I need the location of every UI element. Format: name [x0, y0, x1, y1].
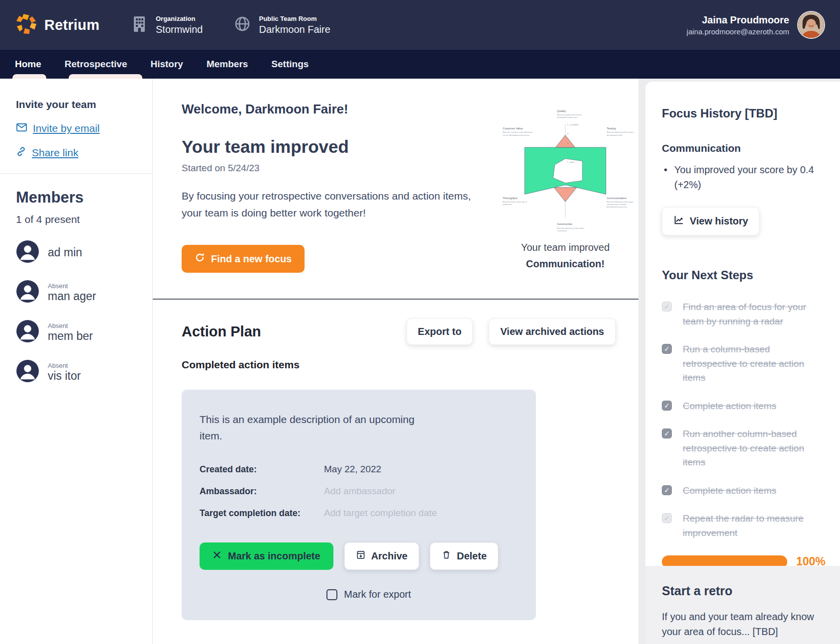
checklist-item: Complete action items — [662, 484, 826, 498]
target-date-label: Target completion date: — [200, 508, 324, 519]
checkbox-checked-icon[interactable] — [662, 485, 672, 495]
tab-home[interactable]: Home — [15, 59, 41, 70]
start-retro-body: If you and your team already know your a… — [662, 609, 828, 639]
mail-icon — [16, 121, 27, 135]
invite-by-email-link[interactable]: Invite by email — [16, 121, 136, 135]
sidebar-divider — [0, 173, 152, 174]
member-row: Absent mem ber — [16, 320, 136, 345]
organization-block[interactable]: Organization Stormwind — [129, 14, 203, 36]
svg-text:Communication: Communication — [607, 197, 627, 200]
started-date: Started on 5/24/23 — [182, 163, 485, 174]
archive-button[interactable]: Archive — [344, 542, 419, 570]
brand[interactable]: Retrium — [15, 12, 100, 37]
view-archived-actions-button[interactable]: View archived actions — [489, 319, 616, 345]
member-row: ad min — [16, 240, 136, 265]
member-name: man ager — [48, 290, 96, 303]
svg-text:Customer Value: Customer Value — [503, 127, 523, 130]
tab-members[interactable]: Members — [207, 59, 248, 70]
mark-incomplete-button[interactable]: Mark as incomplete — [200, 542, 333, 570]
page-title: Welcome, Darkmoon Faire! — [182, 102, 485, 117]
globe-icon — [232, 14, 252, 36]
archive-icon — [356, 550, 366, 562]
view-history-button[interactable]: View history — [662, 207, 759, 235]
start-retro-section: Start a retro If you and your team alrea… — [645, 566, 840, 644]
svg-text:Quality: Quality — [557, 109, 566, 112]
link-icon — [16, 146, 26, 159]
progress-percent: 100% — [796, 555, 826, 566]
improvement-headline: Your team improved — [182, 137, 485, 157]
checklist-item: Find an area of focus for your team by r… — [662, 300, 826, 328]
welcome-section: Welcome, Darkmoon Faire! Your team impro… — [153, 79, 638, 273]
checklist-item: Complete action items — [662, 399, 826, 414]
user-email: jaina.prodmoore@azeroth.com — [687, 27, 789, 36]
main-nav: Home Retrospective History Members Setti… — [0, 50, 840, 79]
tab-history[interactable]: History — [150, 59, 183, 70]
checkbox-muted-icon[interactable] — [662, 302, 672, 312]
invite-by-email-label: Invite by email — [33, 122, 100, 134]
refresh-icon — [195, 252, 205, 265]
user-block[interactable]: Jaina Proudmoore jaina.prodmoore@azeroth… — [687, 11, 825, 39]
focus-name: Communication — [662, 142, 826, 154]
mark-for-export-checkbox[interactable] — [326, 589, 337, 600]
members-title: Members — [16, 189, 136, 207]
view-archived-label: View archived actions — [500, 326, 604, 337]
start-retro-title: Start a retro — [662, 584, 828, 598]
checklist-label: Repeat the radar to measure improvement — [683, 512, 826, 540]
export-to-button[interactable]: Export to — [407, 319, 473, 345]
team-room-name: Darkmoon Faire — [259, 24, 330, 35]
delete-label: Delete — [457, 550, 487, 562]
member-name: vis itor — [48, 369, 81, 383]
left-sidebar: Invite your team Invite by email Share l… — [0, 79, 153, 644]
completed-items-title: Completed action items — [182, 359, 616, 371]
retrium-app: Retrium Organization Stormwind — [0, 0, 840, 644]
share-link[interactable]: Share link — [16, 146, 136, 159]
export-to-label: Export to — [418, 326, 462, 337]
organization-name: Stormwind — [156, 24, 203, 35]
presence-count: 1 of 4 present — [16, 214, 136, 225]
radar-caption-focus: Communication! — [526, 258, 605, 270]
svg-text:production.: production. — [503, 203, 512, 206]
person-icon — [16, 320, 39, 345]
score-improvement-text: You improved your score by 0.4 (+2%) — [674, 162, 824, 192]
team-room-block[interactable]: Public Team Room Darkmoon Faire — [232, 14, 330, 36]
archive-label: Archive — [371, 550, 408, 562]
absent-badge: Absent — [48, 362, 81, 369]
checkbox-checked-icon[interactable] — [662, 429, 672, 438]
absent-badge: Absent — [48, 282, 96, 290]
action-plan-section: Action Plan Export to View archived acti… — [153, 300, 638, 620]
checkbox-muted-icon[interactable] — [662, 513, 672, 523]
tab-retrospective[interactable]: Retrospective — [65, 59, 127, 70]
svg-text:Throughput: Throughput — [503, 197, 518, 200]
view-history-label: View history — [690, 215, 748, 227]
svg-text:ceremonies.: ceremonies. — [557, 229, 567, 232]
svg-text:Ceremonies: Ceremonies — [557, 222, 572, 225]
organization-label: Organization — [156, 15, 203, 22]
focus-history-title: Focus History [TBD] — [662, 107, 826, 120]
checklist-label: Complete action items — [683, 484, 776, 498]
tab-settings[interactable]: Settings — [271, 59, 309, 70]
member-row: Absent man ager — [16, 280, 136, 305]
radar-caption: Your team improved — [521, 242, 610, 253]
find-new-focus-button[interactable]: Find a new focus — [182, 245, 305, 273]
checkbox-checked-icon[interactable] — [662, 401, 672, 411]
user-name: Jaina Proudmoore — [687, 14, 789, 26]
target-date-field[interactable]: Add target completion date — [324, 508, 437, 519]
checklist-item: Run another column-based retrospective t… — [662, 427, 826, 470]
absent-badge: Absent — [48, 322, 93, 329]
mark-incomplete-label: Mark as incomplete — [228, 550, 320, 562]
retrium-logo-icon — [15, 12, 38, 37]
next-steps-title: Your Next Steps — [662, 268, 826, 282]
next-steps-progress: 100% — [662, 555, 826, 566]
checkbox-checked-icon[interactable] — [662, 344, 672, 354]
svg-text:development processes.: development processes. — [607, 206, 628, 208]
person-icon — [16, 359, 39, 385]
checklist-item: Repeat the radar to measure improvement — [662, 512, 826, 540]
home-tab-indicator — [12, 74, 46, 79]
team-room-label: Public Team Room — [259, 15, 330, 22]
delete-button[interactable]: Delete — [430, 542, 498, 570]
ambassador-field[interactable]: Add ambassador — [324, 486, 396, 497]
avatar[interactable] — [797, 11, 825, 39]
action-item-description: This is an example description of an upc… — [200, 412, 419, 444]
building-icon — [129, 14, 149, 36]
trash-icon — [441, 550, 451, 562]
